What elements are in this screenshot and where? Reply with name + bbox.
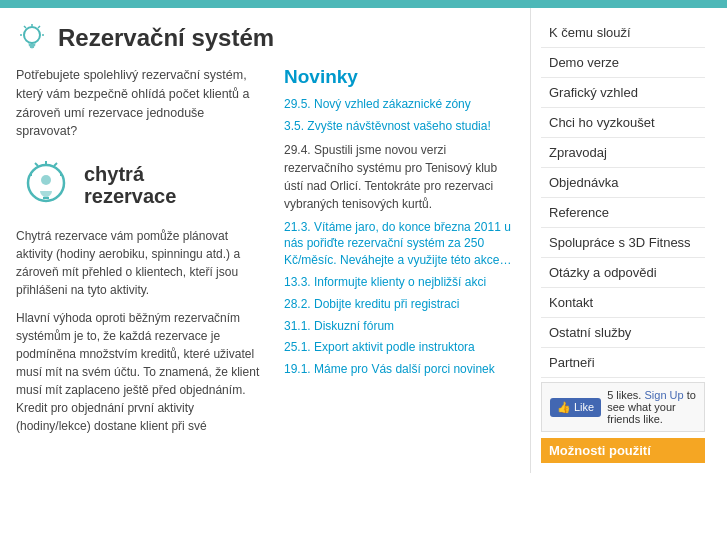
svg-point-14 <box>41 175 51 185</box>
sidebar-item-zpravodaj[interactable]: Zpravodaj <box>541 138 705 168</box>
sidebar-item-demo-verze[interactable]: Demo verze <box>541 48 705 78</box>
novinky-section: Novinky 29.5. Nový vzhled zákaznické zón… <box>284 66 514 445</box>
sidebar: K čemu slouží Demo verze Grafický vzhled… <box>530 8 705 473</box>
sidebar-item-reference[interactable]: Reference <box>541 198 705 228</box>
news-link-1[interactable]: 29.5. Nový vzhled zákaznické zóny <box>284 96 514 113</box>
left-column: Potřebujete spolehlivý rezervační systém… <box>16 66 264 445</box>
svg-point-0 <box>24 27 40 43</box>
facebook-like-button[interactable]: 👍 Like <box>550 398 601 417</box>
body-text-2: Hlavní výhoda oproti běžným rezervačním … <box>16 309 264 435</box>
main-content: Rezervační systém Potřebujete spolehlivý… <box>0 8 530 473</box>
bulb-icon <box>16 22 48 54</box>
sidebar-item-k-cemu-slouzi[interactable]: K čemu slouží <box>541 18 705 48</box>
body-text-1: Chytrá rezervace vám pomůže plánovat akt… <box>16 227 264 299</box>
news-text-main: 29.4. Spustili jsme novou verzi rezervač… <box>284 141 514 213</box>
sidebar-item-ostatni-sluzby[interactable]: Ostatní služby <box>541 318 705 348</box>
page-title: Rezervační systém <box>58 24 274 52</box>
news-more-link-1[interactable]: 21.3. Vítáme jaro, do konce března 2011 … <box>284 219 514 269</box>
sidebar-item-chci-ho-vyzkouset[interactable]: Chci ho vyzkoušet <box>541 108 705 138</box>
sidebar-item-objednavka[interactable]: Objednávka <box>541 168 705 198</box>
sidebar-item-graficky-vzhled[interactable]: Grafický vzhled <box>541 78 705 108</box>
news-more-link-6[interactable]: 19.1. Máme pro Vás další porci novinek <box>284 361 514 378</box>
title-area: Rezervační systém <box>16 22 514 54</box>
chytra-rezervace-logo-icon <box>16 155 76 215</box>
sidebar-item-spoluprace-3d[interactable]: Spolupráce s 3D Fitness <box>541 228 705 258</box>
thumbs-up-icon: 👍 <box>557 401 571 414</box>
novinky-title: Novinky <box>284 66 514 88</box>
svg-line-10 <box>54 163 57 166</box>
svg-line-2 <box>38 26 40 28</box>
news-more-link-3[interactable]: 28.2. Dobijte kreditu při registraci <box>284 296 514 313</box>
top-bar <box>0 0 727 8</box>
news-more-link-4[interactable]: 31.1. Diskuzní fórum <box>284 318 514 335</box>
sidebar-item-kontakt[interactable]: Kontakt <box>541 288 705 318</box>
svg-line-4 <box>24 26 26 28</box>
news-more-link-2[interactable]: 13.3. Informujte klienty o nejbližší akc… <box>284 274 514 291</box>
moznosti-bar: Možnosti použití <box>541 438 705 463</box>
logo-area: chytrá rezervace <box>16 155 264 215</box>
sidebar-item-otazky-odpovedi[interactable]: Otázky a odpovědi <box>541 258 705 288</box>
news-link-2[interactable]: 3.5. Zvyšte návštěvnost vašeho studia! <box>284 118 514 135</box>
news-more-link-5[interactable]: 25.1. Export aktivit podle instruktora <box>284 339 514 356</box>
intro-text: Potřebujete spolehlivý rezervační systém… <box>16 66 261 141</box>
sidebar-item-partneri[interactable]: Partneři <box>541 348 705 378</box>
logo-text: chytrá rezervace <box>84 163 176 207</box>
svg-line-12 <box>35 163 38 166</box>
facebook-like-box: 👍 Like 5 likes. Sign Up to see what your… <box>541 382 705 432</box>
fb-likes-count: 5 likes. Sign Up to see what your friend… <box>607 389 696 425</box>
